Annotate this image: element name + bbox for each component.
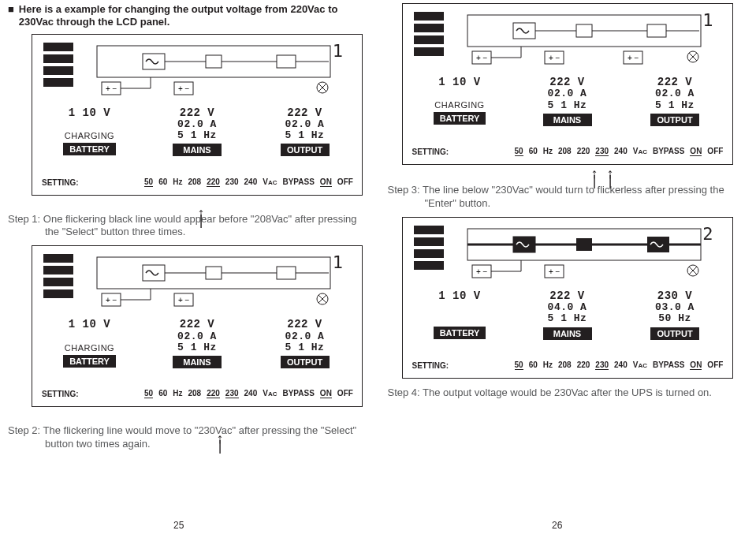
arrow-up-icon: ↑| xyxy=(605,170,616,185)
left-column: ■ Here is a example for changing the out… xyxy=(8,3,369,457)
output-label: OUTPUT xyxy=(281,144,330,156)
page-number-left: 25 xyxy=(173,520,184,531)
svg-text:+ −: + − xyxy=(549,54,560,62)
lcd-panel-1: 1 + − + − xyxy=(32,34,363,196)
svg-text:+ −: + − xyxy=(476,267,488,276)
svg-text:+ −: + − xyxy=(476,54,488,62)
battery-voltage: 1 10 V xyxy=(40,107,139,119)
svg-text:+ −: + − xyxy=(106,296,117,304)
svg-text:+ −: + − xyxy=(178,296,190,304)
arrow-up-icon: ↑| xyxy=(589,170,600,185)
svg-text:+ −: + − xyxy=(549,267,560,276)
mains-current: 02.0 A xyxy=(148,119,247,130)
svg-rect-5 xyxy=(277,55,296,68)
page-number-right: 26 xyxy=(552,520,562,531)
svg-rect-4 xyxy=(206,55,222,68)
step-4-text: Step 4: The output voltage would be 230V… xyxy=(388,386,749,400)
mains-freq: 5 1 Hz xyxy=(148,130,247,141)
svg-rect-37 xyxy=(647,24,666,37)
lcd-panel-4: 2 + − + − xyxy=(402,217,733,379)
svg-rect-36 xyxy=(576,24,592,37)
intro-block: ■ Here is a example for changing the out… xyxy=(8,3,369,29)
output-voltage: 222 V xyxy=(255,107,354,119)
charging-label: CHARGING xyxy=(40,131,139,140)
setting-label: SETTING: xyxy=(42,178,144,187)
step-1-text: Step 1: One flickering black line would … xyxy=(8,213,369,240)
right-column: 1 + − + − + − 1 10 V xyxy=(388,3,749,457)
bullet-icon: ■ xyxy=(8,3,14,29)
output-freq: 5 1 Hz xyxy=(255,130,354,141)
circuit-diagram: + − + − xyxy=(95,256,332,311)
battery-bars xyxy=(43,43,73,87)
svg-text:+ −: + − xyxy=(628,54,639,62)
output-current: 02.0 A xyxy=(255,119,354,130)
arrow-up-icon: ↑| xyxy=(214,435,225,450)
lcd-panel-2: 1 + − + − 1 10 V CHARGIN xyxy=(32,245,363,407)
svg-text:+ −: + − xyxy=(178,84,190,93)
circuit-diagram: + − + − xyxy=(466,227,702,282)
svg-text:+ −: + − xyxy=(106,84,117,93)
circuit-diagram: + − + − + − xyxy=(466,13,702,69)
svg-rect-54 xyxy=(576,238,592,251)
svg-rect-21 xyxy=(277,267,296,279)
intro-text: Here is a example for changing the outpu… xyxy=(19,3,369,29)
battery-label: BATTERY xyxy=(63,143,116,155)
svg-rect-20 xyxy=(206,267,222,279)
arrow-up-icon: ↑| xyxy=(196,210,207,224)
lcd-panel-3: 1 + − + − + − 1 10 V xyxy=(402,3,733,165)
step-2-text: Step 2: The flickering line would move t… xyxy=(8,424,369,451)
mains-voltage: 222 V xyxy=(148,107,247,119)
step-3-text: Step 3: The line below "230Vac" would tu… xyxy=(388,184,749,211)
mains-label: MAINS xyxy=(173,144,222,156)
setting-row: SETTING: 50 60 Hz 208 220 230 240 VAC BY… xyxy=(42,177,354,187)
circuit-diagram: + − + − xyxy=(95,44,332,99)
lcd-page-indicator: 1 xyxy=(333,41,344,61)
readings-row: 1 10 V CHARGING BATTERY 222 V 02.0 A 5 1… xyxy=(40,107,354,157)
